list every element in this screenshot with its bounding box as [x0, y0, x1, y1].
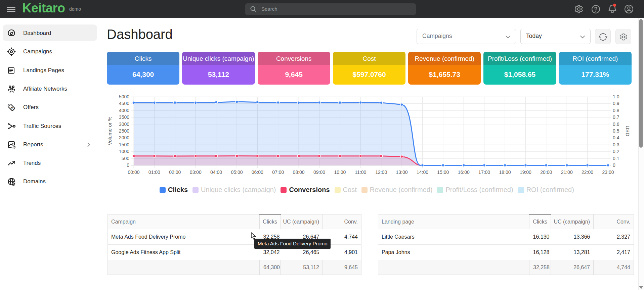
svg-text:0.7: 0.7 [613, 114, 619, 120]
svg-text:12:00: 12:00 [375, 170, 387, 175]
svg-text:3000: 3000 [119, 122, 129, 127]
svg-text:Volume or %: Volume or % [107, 116, 113, 145]
svg-text:0.2: 0.2 [613, 149, 619, 154]
svg-text:0.4: 0.4 [613, 135, 619, 140]
svg-text:07:00: 07:00 [272, 170, 284, 175]
svg-text:06:00: 06:00 [252, 170, 263, 175]
svg-text:0.9: 0.9 [613, 101, 619, 106]
svg-text:11:00: 11:00 [355, 170, 366, 175]
svg-text:0.3: 0.3 [613, 142, 619, 147]
svg-text:13:00: 13:00 [396, 170, 408, 175]
svg-text:0.1: 0.1 [613, 156, 619, 161]
svg-text:1.0: 1.0 [613, 94, 619, 99]
svg-text:21:00: 21:00 [561, 170, 573, 175]
svg-text:14:00: 14:00 [417, 170, 428, 175]
svg-text:S: S [10, 106, 14, 110]
svg-text:USD: USD [625, 126, 631, 136]
svg-text:04:00: 04:00 [210, 170, 222, 175]
svg-text:08:00: 08:00 [293, 170, 305, 175]
svg-text:16:00: 16:00 [458, 170, 470, 175]
svg-text:4500: 4500 [119, 101, 129, 106]
svg-text:05:00: 05:00 [231, 170, 243, 175]
svg-text:03:00: 03:00 [190, 170, 202, 175]
svg-text:18:00: 18:00 [499, 170, 511, 175]
svg-text:10:00: 10:00 [334, 170, 346, 175]
svg-text:500: 500 [122, 156, 130, 161]
svg-text:4000: 4000 [119, 108, 129, 113]
svg-text:23:00: 23:00 [602, 170, 614, 175]
svg-text:22:00: 22:00 [582, 170, 593, 175]
svg-text:01:00: 01:00 [148, 170, 160, 175]
svg-text:2000: 2000 [119, 135, 129, 140]
svg-text:1000: 1000 [119, 149, 129, 154]
svg-text:0.6: 0.6 [613, 122, 619, 127]
svg-text:0.8: 0.8 [613, 108, 619, 113]
svg-text:17:00: 17:00 [478, 170, 490, 175]
svg-text:02:00: 02:00 [169, 170, 181, 175]
svg-text:2500: 2500 [119, 128, 129, 134]
svg-text:19:00: 19:00 [520, 170, 531, 175]
svg-text:09:00: 09:00 [313, 170, 325, 175]
svg-text:20:00: 20:00 [540, 170, 552, 175]
svg-text:15:00: 15:00 [437, 170, 449, 175]
svg-text:0.5: 0.5 [613, 128, 619, 134]
svg-text:3500: 3500 [119, 114, 129, 120]
svg-text:5000: 5000 [119, 94, 129, 99]
svg-text:1500: 1500 [119, 142, 129, 147]
svg-text:0: 0 [127, 162, 129, 168]
svg-text:0: 0 [613, 162, 615, 168]
svg-text:00:00: 00:00 [128, 170, 139, 175]
